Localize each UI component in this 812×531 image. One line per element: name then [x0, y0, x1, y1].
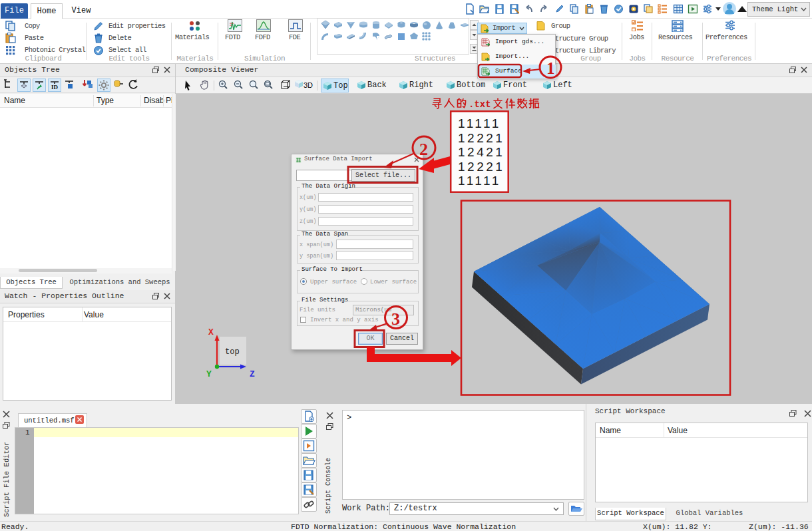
svg-text:2: 2	[419, 140, 428, 159]
svg-text:ID: ID	[51, 84, 59, 90]
svg-text:3D: 3D	[304, 81, 313, 89]
svg-text:1: 1	[546, 59, 555, 77]
svg-text:Y: Y	[206, 369, 212, 379]
svg-text:top: top	[225, 347, 240, 357]
svg-text:Z: Z	[250, 369, 255, 379]
svg-text:X: X	[208, 327, 214, 337]
svg-text:3: 3	[391, 309, 400, 329]
svg-text:.txt: .txt	[469, 99, 491, 110]
